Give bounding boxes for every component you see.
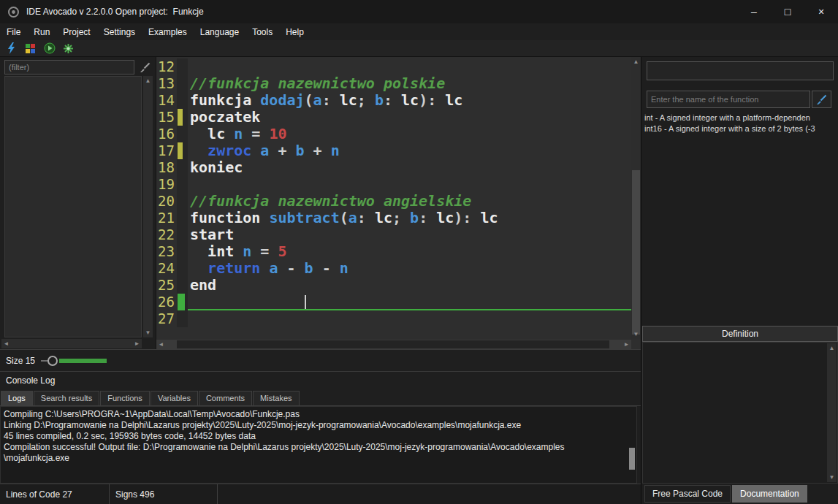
menu-item[interactable]: Settings (97, 27, 142, 37)
editor-vertical-scrollbar[interactable]: ▲ ▼ (631, 57, 641, 339)
code-text: lc n = 10 (188, 126, 631, 142)
left-list-vertical-scrollbar[interactable]: ▲ ▼ (143, 76, 153, 337)
scroll-down-arrow[interactable]: ▼ (143, 328, 153, 337)
editor-horizontal-scrollbar[interactable]: ◄ ► (156, 340, 631, 349)
gutter-marker (177, 92, 188, 109)
definition-box[interactable]: ▲ ▼ (642, 342, 838, 484)
slider-track-right[interactable] (59, 359, 107, 363)
log-line: Compilation successful! Output file: D:\… (1, 442, 636, 453)
tab-comments[interactable]: Comments (199, 391, 252, 405)
upper-area: ▲ ▼ ◄ ► 1213//funkcja nazewnictwo polski… (0, 57, 641, 349)
line-number: 15 (156, 109, 177, 126)
log-vertical-scrollbar[interactable] (627, 407, 636, 483)
tab-documentation[interactable]: Documentation (732, 485, 807, 503)
editor-line[interactable]: 21function subtract(a: lc; b: lc): lc (156, 210, 631, 226)
function-search-input[interactable] (647, 91, 810, 108)
selection-box[interactable] (647, 61, 834, 80)
maximize-button[interactable]: □ (771, 0, 804, 23)
code-text: function subtract(a: lc; b: lc): lc (188, 210, 631, 226)
definition-header: Definition (642, 326, 838, 342)
scroll-right-arrow[interactable]: ► (622, 340, 631, 349)
line-number: 17 (156, 142, 177, 159)
minimize-button[interactable]: – (737, 0, 771, 23)
text-cursor (305, 295, 306, 309)
editor-line[interactable]: 17 zwroc a + b + n (156, 142, 631, 159)
type-list-item[interactable]: int16 - A signed integer with a size of … (642, 123, 838, 134)
lightning-icon[interactable] (4, 41, 19, 56)
scroll-up-arrow[interactable]: ▲ (827, 343, 837, 353)
editor-line[interactable]: 26 (156, 294, 631, 310)
tab-free-pascal-code[interactable]: Free Pascal Code (644, 485, 731, 503)
colors-icon[interactable] (23, 41, 38, 56)
search-button[interactable] (812, 91, 831, 108)
tab-mistakes[interactable]: Mistakes (253, 391, 299, 405)
slider-thumb[interactable] (47, 356, 58, 366)
log-line: 45 lines compiled, 0.2 sec, 195936 bytes… (1, 431, 636, 442)
line-number: 25 (156, 277, 177, 294)
status-bar: Lines of Code 27 Signs 496 (0, 484, 641, 504)
menu-item[interactable]: Run (27, 27, 56, 37)
editor-line[interactable]: 14funkcja dodaj(a: lc; b: lc): lc (156, 92, 631, 109)
scrollbar-thumb[interactable] (177, 340, 609, 348)
scroll-left-arrow[interactable]: ◄ (1, 339, 11, 348)
line-number: 23 (156, 243, 177, 260)
line-number: 12 (156, 58, 177, 75)
console-tabs: LogsSearch resultsFunctionsVariablesComm… (0, 390, 641, 406)
editor-line[interactable]: 27 (156, 310, 631, 327)
debug-icon[interactable] (61, 41, 76, 56)
definition-vertical-scrollbar[interactable]: ▲ ▼ (827, 343, 837, 482)
tab-variables[interactable]: Variables (151, 391, 198, 405)
menu-item[interactable]: Help (279, 27, 311, 37)
code-editor[interactable]: 1213//funkcja nazewnictwo polskie14funkc… (156, 57, 641, 349)
scrollbar-thumb[interactable] (629, 448, 635, 470)
filter-input[interactable] (4, 60, 134, 75)
tab-functions[interactable]: Functions (100, 391, 150, 405)
editor-line[interactable]: 15poczatek (156, 109, 631, 126)
scroll-down-arrow[interactable]: ▼ (827, 473, 837, 482)
editor-line[interactable]: 22start (156, 226, 631, 243)
tab-logs[interactable]: Logs (1, 391, 33, 405)
line-number: 21 (156, 210, 177, 226)
log-lines: Compiling C:\Users\PROGRA~1\AppData\Loca… (1, 407, 636, 464)
menu-item[interactable]: Examples (142, 27, 194, 37)
left-list-horizontal-scrollbar[interactable]: ◄ ► (1, 339, 142, 348)
editor-line[interactable]: 16 lc n = 10 (156, 126, 631, 142)
log-output[interactable]: Compiling C:\Users\PROGRA~1\AppData\Loca… (0, 406, 637, 484)
editor-line[interactable]: 20//funkcja nazewnictwo angielskie (156, 193, 631, 210)
brush-icon[interactable] (138, 61, 152, 75)
editor-line[interactable]: 19 (156, 176, 631, 193)
editor-line[interactable]: 23 int n = 5 (156, 243, 631, 260)
scroll-right-arrow[interactable]: ► (132, 339, 142, 348)
run-icon[interactable] (42, 41, 57, 56)
menu-item[interactable]: Language (194, 27, 245, 37)
editor-line[interactable]: 13//funkcja nazewnictwo polskie (156, 75, 631, 92)
menu-item[interactable]: Project (56, 27, 96, 37)
type-list-item[interactable]: int - A signed integer with a platform-d… (642, 112, 838, 123)
scrollbar-thumb[interactable] (632, 170, 640, 335)
code-text: return a - b - n (188, 260, 631, 277)
line-number: 22 (156, 226, 177, 243)
gutter-marker (177, 277, 188, 294)
gutter-marker-green (177, 294, 188, 310)
line-number: 20 (156, 193, 177, 210)
close-button[interactable]: × (804, 0, 838, 23)
scroll-up-arrow[interactable]: ▲ (631, 57, 641, 66)
documentation-panel: int - A signed integer with a platform-d… (641, 57, 838, 504)
scroll-left-arrow[interactable]: ◄ (156, 340, 166, 349)
editor-line[interactable]: 24 return a - b - n (156, 260, 631, 277)
editor-line[interactable]: 18koniec (156, 159, 631, 176)
tab-search-results[interactable]: Search results (34, 391, 99, 405)
menu-item[interactable]: File (0, 27, 27, 37)
code-text (188, 176, 631, 193)
code-text: start (188, 226, 631, 243)
scroll-down-arrow[interactable]: ▼ (631, 329, 641, 339)
scroll-up-arrow[interactable]: ▲ (143, 76, 153, 85)
editor-line[interactable]: 12 (156, 58, 631, 75)
font-size-slider[interactable] (39, 350, 113, 372)
code-text: int n = 5 (188, 243, 631, 260)
menu-item[interactable]: Tools (245, 27, 279, 37)
code-text: //funkcja nazewnictwo polskie (188, 75, 631, 92)
code-lines: 1213//funkcja nazewnictwo polskie14funkc… (156, 58, 631, 339)
function-list[interactable] (4, 76, 142, 337)
editor-line[interactable]: 25end (156, 277, 631, 294)
